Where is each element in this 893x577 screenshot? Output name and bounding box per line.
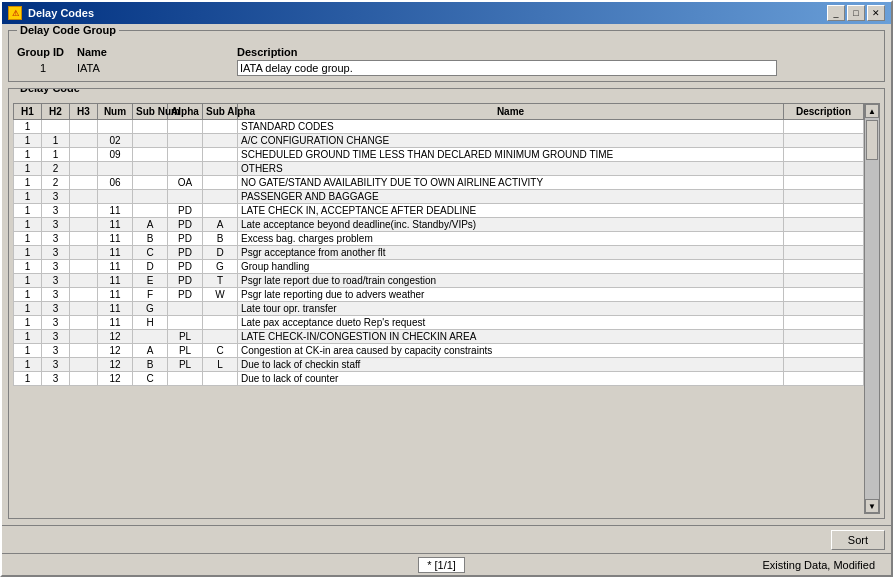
cell-desc <box>784 204 864 218</box>
table-row[interactable]: 1 2 OTHERS <box>14 162 864 176</box>
cell-subnum <box>133 120 168 134</box>
cell-h1: 1 <box>14 246 42 260</box>
data-table-scroll[interactable]: H1 H2 H3 Num Sub Num Alpha Sub Alpha Nam… <box>13 103 864 514</box>
table-row[interactable]: 1 3 11 C PD D Psgr acceptance from anoth… <box>14 246 864 260</box>
cell-desc <box>784 246 864 260</box>
group-name-cell: IATA <box>73 59 233 77</box>
cell-h3 <box>70 134 98 148</box>
cell-name: Psgr late report due to road/train conge… <box>238 274 784 288</box>
cell-h3 <box>70 344 98 358</box>
cell-subnum <box>133 176 168 190</box>
delay-code-section: Delay Code H1 H2 H3 Num Sub Num Alpha <box>8 88 885 519</box>
sort-button[interactable]: Sort <box>831 530 885 550</box>
cell-subalpha: D <box>203 246 238 260</box>
cell-h1: 1 <box>14 204 42 218</box>
cell-subalpha: G <box>203 260 238 274</box>
cell-alpha <box>168 372 203 386</box>
table-row[interactable]: 1 3 12 A PL C Congestion at CK-in area c… <box>14 344 864 358</box>
cell-h3 <box>70 330 98 344</box>
scroll-thumb[interactable] <box>866 120 878 160</box>
cell-name: Congestion at CK-in area caused by capac… <box>238 344 784 358</box>
cell-h2: 2 <box>42 176 70 190</box>
cell-desc <box>784 302 864 316</box>
close-button[interactable]: ✕ <box>867 5 885 21</box>
cell-subnum <box>133 134 168 148</box>
cell-h3 <box>70 302 98 316</box>
table-row[interactable]: 1 3 12 PL LATE CHECK-IN/CONGESTION IN CH… <box>14 330 864 344</box>
cell-h1: 1 <box>14 288 42 302</box>
table-row[interactable]: 1 3 11 B PD B Excess bag. charges proble… <box>14 232 864 246</box>
cell-h2: 3 <box>42 358 70 372</box>
table-row[interactable]: 1 3 PASSENGER AND BAGGAGE <box>14 190 864 204</box>
cell-num: 02 <box>98 134 133 148</box>
title-buttons: _ □ ✕ <box>827 5 885 21</box>
cell-subalpha <box>203 372 238 386</box>
cell-subnum: B <box>133 358 168 372</box>
group-desc-input[interactable] <box>237 60 777 76</box>
th-desc: Description <box>784 104 864 120</box>
table-row[interactable]: 1 3 11 E PD T Psgr late report due to ro… <box>14 274 864 288</box>
delay-code-group-title: Delay Code Group <box>17 24 119 36</box>
cell-h1: 1 <box>14 330 42 344</box>
minimize-button[interactable]: _ <box>827 5 845 21</box>
table-row[interactable]: 1 1 09 SCHEDULED GROUND TIME LESS THAN D… <box>14 148 864 162</box>
table-row[interactable]: 1 3 11 F PD W Psgr late reporting due to… <box>14 288 864 302</box>
cell-h2: 3 <box>42 260 70 274</box>
cell-name: Late tour opr. transfer <box>238 302 784 316</box>
cell-alpha: PD <box>168 232 203 246</box>
th-name: Name <box>238 104 784 120</box>
th-num: Num <box>98 104 133 120</box>
col-group-id: Group ID <box>13 45 73 59</box>
cell-desc <box>784 330 864 344</box>
scroll-up-button[interactable]: ▲ <box>865 104 879 118</box>
cell-desc <box>784 134 864 148</box>
cell-subnum: F <box>133 288 168 302</box>
delay-code-group-table: Group ID Name Description 1 IATA <box>13 45 880 77</box>
group-table-row[interactable]: 1 IATA <box>13 59 880 77</box>
cell-num: 12 <box>98 372 133 386</box>
th-alpha: Alpha <box>168 104 203 120</box>
table-row[interactable]: 1 3 11 A PD A Late acceptance beyond dea… <box>14 218 864 232</box>
title-bar: ⚠ Delay Codes _ □ ✕ <box>2 2 891 24</box>
table-row[interactable]: 1 STANDARD CODES <box>14 120 864 134</box>
cell-subnum: D <box>133 260 168 274</box>
cell-num: 12 <box>98 358 133 372</box>
table-row[interactable]: 1 3 12 B PL L Due to lack of checkin sta… <box>14 358 864 372</box>
cell-subalpha <box>203 302 238 316</box>
cell-subalpha: T <box>203 274 238 288</box>
maximize-button[interactable]: □ <box>847 5 865 21</box>
table-row[interactable]: 1 3 11 G Late tour opr. transfer <box>14 302 864 316</box>
cell-h2: 1 <box>42 148 70 162</box>
cell-h2: 3 <box>42 316 70 330</box>
cell-num: 11 <box>98 218 133 232</box>
cell-h1: 1 <box>14 358 42 372</box>
cell-h2 <box>42 120 70 134</box>
cell-num <box>98 190 133 204</box>
cell-num: 11 <box>98 302 133 316</box>
th-subalpha: Sub Alpha <box>203 104 238 120</box>
cell-h3 <box>70 260 98 274</box>
scrollbar[interactable]: ▲ ▼ <box>864 103 880 514</box>
table-row[interactable]: 1 1 02 A/C CONFIGURATION CHANGE <box>14 134 864 148</box>
scroll-down-button[interactable]: ▼ <box>865 499 879 513</box>
cell-num: 11 <box>98 316 133 330</box>
cell-h3 <box>70 204 98 218</box>
cell-alpha <box>168 190 203 204</box>
table-row[interactable]: 1 2 06 OA NO GATE/STAND AVAILABILITY DUE… <box>14 176 864 190</box>
cell-subalpha <box>203 134 238 148</box>
group-desc-cell[interactable] <box>233 59 880 77</box>
cell-h3 <box>70 190 98 204</box>
cell-name: STANDARD CODES <box>238 120 784 134</box>
table-row[interactable]: 1 3 11 PD LATE CHECK IN, ACCEPTANCE AFTE… <box>14 204 864 218</box>
cell-h3 <box>70 176 98 190</box>
cell-num: 11 <box>98 246 133 260</box>
cell-subnum <box>133 148 168 162</box>
table-row[interactable]: 1 3 11 D PD G Group handling <box>14 260 864 274</box>
table-row[interactable]: 1 3 11 H Late pax acceptance dueto Rep's… <box>14 316 864 330</box>
cell-name: Due to lack of counter <box>238 372 784 386</box>
cell-h3 <box>70 288 98 302</box>
table-row[interactable]: 1 3 12 C Due to lack of counter <box>14 372 864 386</box>
cell-h2: 3 <box>42 204 70 218</box>
cell-subalpha: W <box>203 288 238 302</box>
cell-h2: 3 <box>42 288 70 302</box>
